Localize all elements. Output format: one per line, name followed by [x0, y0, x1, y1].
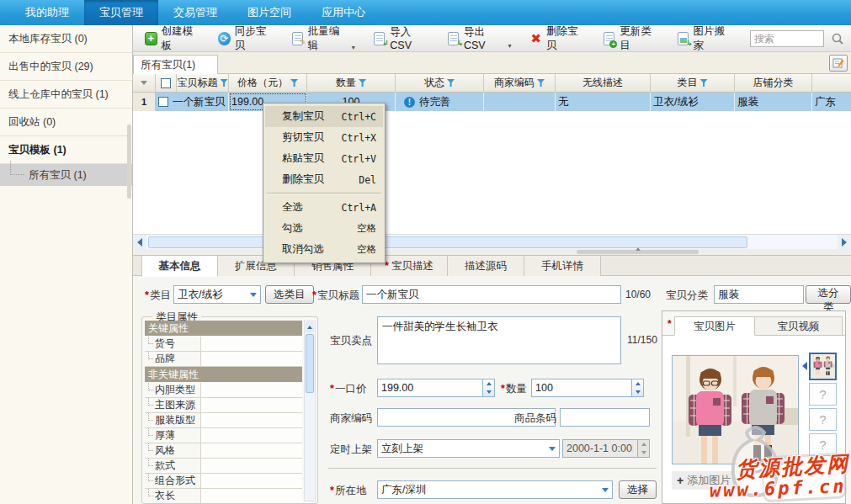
location-dropdown[interactable]: 广东/深圳 [377, 480, 613, 499]
menu-item-cut[interactable]: 剪切宝贝 Ctrl+X [265, 127, 383, 148]
shop-category-input[interactable] [714, 285, 804, 304]
edit-columns-button[interactable] [829, 55, 848, 72]
menu-item-copy[interactable]: 复制宝贝 Ctrl+C [265, 106, 383, 127]
create-template-button[interactable]: + 创建模板 [145, 24, 199, 53]
chevron-down-icon[interactable]: ▾ [352, 44, 355, 53]
filter-icon[interactable] [359, 79, 366, 87]
sidebar-item-all-items[interactable]: 所有宝贝 (1) [0, 164, 132, 186]
attr-value-input[interactable] [200, 428, 302, 443]
chevron-down-icon[interactable]: ▾ [508, 42, 511, 51]
filter-icon[interactable] [537, 79, 545, 87]
nav-my-assistant[interactable]: 我的助理 [10, 0, 84, 25]
select-all-checkbox[interactable] [156, 74, 177, 92]
row-merchant-code-cell[interactable] [484, 93, 556, 111]
menu-item-delete[interactable]: 删除宝贝 Del [265, 169, 383, 190]
menu-item-uncheck[interactable]: 取消勾选 空格 [265, 239, 383, 260]
column-merchant-code[interactable]: 商家编码 [484, 74, 556, 92]
sidebar-item-online-warehouse[interactable]: 线上仓库中的宝贝 (1) [0, 81, 132, 109]
column-category[interactable]: 类目 [651, 74, 735, 92]
nav-app-center[interactable]: 应用中心 [306, 0, 380, 25]
row-shop-category-cell[interactable]: 服装 [735, 93, 812, 111]
nav-trade-management[interactable]: 交易管理 [158, 0, 232, 25]
header-dropdown-cell[interactable] [133, 74, 156, 92]
filter-icon[interactable] [290, 79, 298, 87]
quantity-stepper[interactable] [531, 379, 644, 397]
nav-item-management[interactable]: 宝贝管理 [84, 0, 158, 25]
table-row[interactable]: 1 一个新宝贝 199.00 100 待完善 无 卫衣/绒衫 [133, 93, 851, 111]
filter-icon[interactable] [447, 79, 455, 87]
select-location-button[interactable]: 选择 [619, 480, 657, 499]
attr-value-input[interactable] [200, 443, 302, 459]
column-title[interactable]: 宝贝标题 [177, 74, 229, 92]
attr-value-input[interactable] [200, 459, 302, 474]
item-title-input[interactable] [362, 285, 621, 304]
filter-icon[interactable] [700, 79, 708, 87]
row-wireless-desc-cell[interactable]: 无 [556, 93, 651, 111]
row-location-cell[interactable]: 广东 [812, 93, 851, 111]
horizontal-scrollbar[interactable] [133, 234, 851, 249]
update-category-button[interactable]: + 更新类目 [604, 24, 658, 53]
image-slot-empty[interactable]: ? [809, 433, 837, 456]
tab-basic-info[interactable]: 基本信息 [141, 256, 218, 277]
select-shop-category-button[interactable]: 选分类 [806, 285, 851, 304]
column-price[interactable]: 价格（元） [229, 74, 307, 92]
sidebar-item-local-inventory[interactable]: 本地库存宝贝 (0) [0, 25, 132, 53]
delete-items-button[interactable]: ✖ 删除宝贝 [529, 24, 584, 53]
price-stepper[interactable] [377, 379, 495, 397]
row-category-cell[interactable]: 卫衣/绒衫 [651, 93, 735, 111]
search-icon[interactable] [831, 32, 844, 45]
menu-item-check[interactable]: 勾选 空格 [265, 218, 383, 239]
import-csv-button[interactable]: ↲ 导入CSV [374, 25, 429, 51]
row-title-cell[interactable]: 一个新宝贝 [156, 93, 229, 111]
image-thumbnail-selected[interactable] [809, 353, 837, 380]
scrollbar-thumb[interactable] [148, 236, 747, 248]
scroll-right-arrow[interactable] [838, 235, 851, 250]
stepper-buttons[interactable] [482, 379, 494, 396]
tab-mobile-details[interactable]: 手机详情 [524, 256, 601, 276]
grid-empty-body[interactable] [133, 111, 851, 234]
main-product-image[interactable] [672, 355, 799, 464]
splitter-handle[interactable] [577, 250, 699, 254]
sidebar-scrollbar[interactable] [127, 125, 131, 199]
column-shop-category[interactable]: 店铺分类 [735, 74, 812, 92]
search-input[interactable] [750, 30, 824, 47]
sync-items-button[interactable]: ⟳ 同步宝贝 [218, 24, 273, 53]
column-quantity[interactable]: 数量 [307, 74, 396, 92]
menu-item-select-all[interactable]: 全选 Ctrl+A [265, 197, 383, 218]
filter-icon[interactable] [221, 79, 228, 87]
scroll-up-arrow[interactable] [306, 322, 314, 332]
scroll-left-arrow[interactable] [133, 235, 146, 250]
schedule-dropdown[interactable]: 立刻上架 [377, 439, 560, 458]
tab-item-images[interactable]: 宝贝图片 [674, 316, 755, 336]
attributes-scrollbar[interactable] [304, 321, 316, 501]
tab-all-items[interactable]: 所有宝贝(1) [133, 55, 218, 74]
sidebar-item-recycle-bin[interactable]: 回收站 (0) [0, 109, 132, 136]
column-status[interactable]: 状态 [396, 74, 484, 92]
tab-description-source[interactable]: 描述源码 [448, 256, 524, 276]
category-dropdown[interactable]: 卫衣/绒衫 [173, 285, 261, 304]
attr-value-input[interactable] [200, 398, 302, 413]
attr-value-input[interactable] [200, 413, 302, 428]
row-checkbox[interactable] [158, 97, 168, 107]
barcode-input[interactable] [560, 408, 650, 427]
attr-value-input[interactable] [200, 474, 302, 489]
column-wireless-desc[interactable]: 无线描述 [556, 74, 651, 92]
batch-edit-button[interactable]: ✏︎ 批量编辑 ▾ [291, 24, 354, 53]
attr-value-input[interactable] [200, 489, 302, 503]
price-input[interactable] [378, 379, 481, 396]
export-csv-button[interactable]: ↳ 导出CSV ▾ [448, 25, 512, 51]
add-image-button[interactable]: + 添加图片 [672, 471, 736, 490]
tab-item-video[interactable]: 宝贝视频 [755, 316, 843, 336]
select-category-button[interactable]: 选类目 [265, 285, 314, 304]
attr-value-input[interactable] [200, 337, 302, 352]
image-slot-empty[interactable]: ? [809, 383, 837, 406]
selling-point-textarea[interactable]: 一件甜美的学生长袖卫衣 [377, 316, 621, 364]
image-move-button[interactable]: ↳ 图片搬家 [677, 24, 731, 53]
menu-item-paste[interactable]: 粘贴宝贝 Ctrl+V [265, 148, 383, 169]
column-location[interactable] [812, 74, 851, 92]
nav-image-space[interactable]: 图片空间 [232, 0, 306, 25]
scrollbar-thumb[interactable] [306, 334, 314, 393]
attr-value-input[interactable] [200, 352, 302, 367]
sidebar-item-on-sale[interactable]: 出售中的宝贝 (29) [0, 53, 132, 81]
stepper-buttons[interactable] [631, 379, 643, 396]
